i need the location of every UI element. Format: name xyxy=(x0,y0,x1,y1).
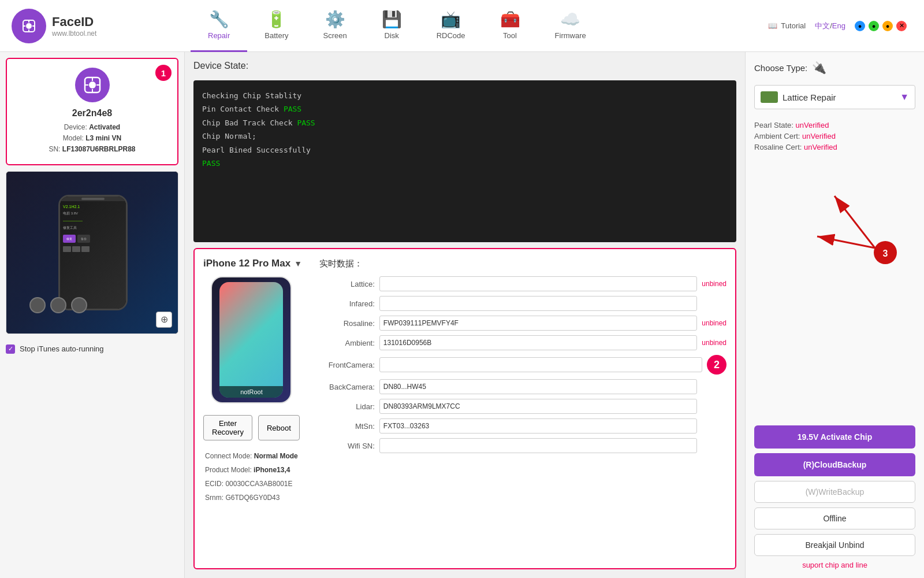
write-backup-button[interactable]: (W)WriteBackup xyxy=(754,481,915,503)
field-infared: Infared: unbined xyxy=(311,296,726,311)
rosaline-tag: unbined xyxy=(702,319,726,327)
repair-icon: 🔧 xyxy=(209,10,229,29)
svg-point-8 xyxy=(89,81,96,88)
type-select-text: Lattice Repair xyxy=(783,92,836,102)
lattice-input[interactable] xyxy=(379,276,697,291)
backcamera-input[interactable] xyxy=(379,379,697,394)
battery-icon: 🔋 xyxy=(266,10,286,29)
ambient-input[interactable] xyxy=(379,335,697,350)
ecid-label: ECID: xyxy=(205,480,223,488)
product-model-value: iPhone13,4 xyxy=(254,466,290,474)
tab-tool-label: Tool xyxy=(503,31,517,40)
backcamera-label: BackCamera: xyxy=(311,383,375,391)
badge-1: 1 xyxy=(155,65,172,81)
stop-itunes-checkbox[interactable]: ✓ xyxy=(6,344,15,354)
app-url: www.lbtool.net xyxy=(52,29,96,38)
activate-chip-button[interactable]: 19.5V Activate Chip xyxy=(754,425,915,449)
support-link[interactable]: suport chip and line xyxy=(754,561,915,569)
type-select-left: Lattice Repair xyxy=(761,91,836,103)
type-select-dropdown[interactable]: Lattice Repair ▼ xyxy=(754,85,915,109)
ambient-cert-row: Ambient Cert: unVerified xyxy=(754,132,915,140)
frontcamera-label: FrontCamera: xyxy=(311,361,375,369)
center-panel: Device State: Checking Chip Stablity Pin… xyxy=(185,52,745,578)
action-buttons: 19.5V Activate Chip (R)CloudBackup (W)Wr… xyxy=(754,425,915,569)
lang-en: Eng xyxy=(832,21,845,30)
firmware-icon: ☁️ xyxy=(560,10,580,29)
tab-firmware[interactable]: ☁️ Firmware xyxy=(538,0,603,52)
svg-point-2 xyxy=(26,23,32,29)
tab-battery[interactable]: 🔋 Battery xyxy=(247,0,305,52)
rosaline-label: Rosaline: xyxy=(311,319,375,328)
zoom-button[interactable]: ⊕ xyxy=(156,312,172,328)
tab-screen[interactable]: ⚙️ Screen xyxy=(305,0,364,52)
arrow-annotation-area: 3 xyxy=(754,164,915,268)
tab-battery-label: Battery xyxy=(264,31,288,40)
model-dropdown-arrow[interactable]: ▼ xyxy=(294,259,302,268)
device-image-placeholder: V2.1H2.100r 电损 3.8V 0.05mA ──────── 1/10… xyxy=(6,172,178,334)
tab-repair[interactable]: 🔧 Repair xyxy=(191,0,247,52)
mtsn-input[interactable] xyxy=(379,418,697,433)
logo-area: FaceID www.lbtool.net xyxy=(6,9,191,43)
app-title: FaceID xyxy=(52,14,96,29)
lattice-tag: unbined xyxy=(702,280,726,288)
device-state-label: Device State: xyxy=(193,61,736,71)
window-btn-blue[interactable]: ● xyxy=(855,21,865,31)
cloud-backup-button[interactable]: (R)CloudBackup xyxy=(754,453,915,476)
frontcamera-input[interactable] xyxy=(379,357,702,372)
phone-image: notRoot xyxy=(211,276,292,403)
logo-text: FaceID www.lbtool.net xyxy=(52,14,96,38)
logo-icon xyxy=(12,9,46,43)
field-frontcamera: FrontCamera: 2 xyxy=(311,355,726,375)
infared-input[interactable] xyxy=(379,296,697,311)
terminal-line-3: Chip Bad Track Check PASS xyxy=(202,116,728,129)
device-panel-header: iPhone 12 Pro Max ▼ 实时数据： xyxy=(203,258,726,269)
pearl-state-row: Pearl State: unVerified xyxy=(754,121,915,129)
language-selector[interactable]: 中文/Eng xyxy=(815,21,845,31)
badge-2: 2 xyxy=(707,355,726,375)
offline-button[interactable]: Offline xyxy=(754,507,915,529)
panel-body: notRoot Enter Recovery Reboot Connect Mo… xyxy=(203,276,726,505)
lattice-label: Lattice: xyxy=(311,280,375,288)
device-card: 1 2er2n4e8 Device: Activated Model: L3 m… xyxy=(6,58,178,165)
device-icon xyxy=(75,68,110,102)
svg-text:3: 3 xyxy=(883,249,888,258)
type-dropdown-arrow: ▼ xyxy=(900,92,909,102)
tutorial-label: Tutorial xyxy=(781,21,806,30)
device-name: 2er2n4e8 xyxy=(72,108,112,118)
data-fields: Lattice: unbined Infared: unbined Rosali… xyxy=(311,276,726,505)
sn-value: LF13087U6RBRLPR88 xyxy=(62,145,136,153)
window-btn-green[interactable]: ● xyxy=(869,21,879,31)
device-status-label: Device: xyxy=(64,123,87,131)
svg-line-14 xyxy=(834,196,875,248)
rosaline-cert-value: unVerified xyxy=(804,143,837,151)
field-lattice: Lattice: unbined xyxy=(311,276,726,291)
choose-type-label: Choose Type: xyxy=(754,63,807,73)
ambient-cert-value: unVerified xyxy=(802,132,836,140)
tab-rdcode[interactable]: 📺 RDCode xyxy=(419,0,483,52)
top-right: 📖 Tutorial 中文/Eng ● ● ● ✕ xyxy=(768,21,918,31)
breakjail-button[interactable]: Breakjail Unbind xyxy=(754,534,915,556)
ambient-cert-label: Ambient Cert: xyxy=(754,132,800,140)
window-btn-close[interactable]: ✕ xyxy=(896,21,907,31)
notroot-badge: notRoot xyxy=(219,386,283,398)
window-btn-minimize[interactable]: ● xyxy=(882,21,893,31)
tutorial-button[interactable]: 📖 Tutorial xyxy=(768,21,806,30)
device-model-select: iPhone 12 Pro Max ▼ xyxy=(203,258,302,269)
tab-tool[interactable]: 🧰 Tool xyxy=(483,0,538,52)
wifisn-input[interactable] xyxy=(379,438,697,453)
lidar-input[interactable] xyxy=(379,399,697,414)
rosaline-input[interactable] xyxy=(379,316,697,331)
infared-label: Infared: xyxy=(311,299,375,308)
device-screen: V2.1H2.1 电损 3.8V ──────── 修复工具 修复 备份 xyxy=(58,195,128,310)
mtsn-label: MtSn: xyxy=(311,422,375,431)
terminal: Checking Chip Stablity Pin Contact Check… xyxy=(193,80,736,242)
tab-repair-label: Repair xyxy=(208,31,230,40)
model-label: Model: xyxy=(63,134,84,142)
ambient-label: Ambient: xyxy=(311,339,375,347)
enter-recovery-button[interactable]: Enter Recovery xyxy=(203,415,252,440)
srnm-label: Srnm: xyxy=(205,494,223,502)
rosaline-cert-label: Rosaline Cert: xyxy=(754,143,802,151)
tab-disk[interactable]: 💾 Disk xyxy=(364,0,419,52)
field-lidar: Lidar: unbined xyxy=(311,399,726,414)
reboot-button[interactable]: Reboot xyxy=(258,415,300,440)
